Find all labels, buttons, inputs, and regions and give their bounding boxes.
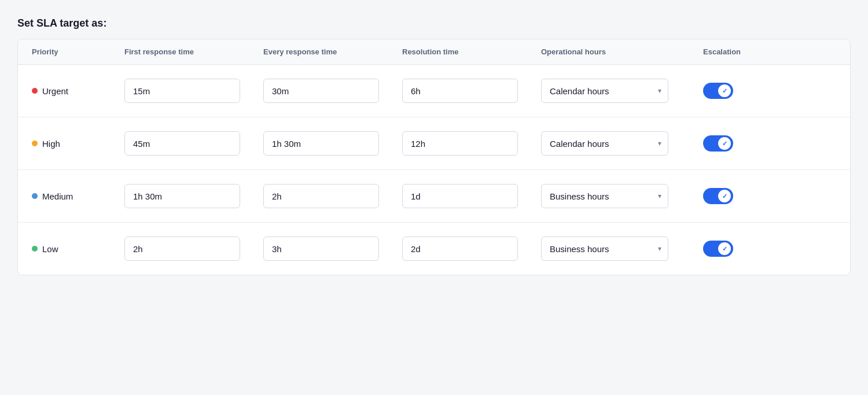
dot-high	[32, 141, 38, 146]
header-escalation: Escalation	[703, 47, 773, 56]
resolution-input-high[interactable]	[402, 131, 518, 156]
toggle-thumb-urgent: ✓	[718, 84, 731, 97]
first-response-input-low[interactable]	[124, 237, 240, 261]
dot-low	[32, 246, 38, 252]
every-response-cell-low	[263, 237, 402, 261]
check-icon: ✓	[722, 245, 727, 253]
table-row-urgent: Urgent Calendar hours Business hours ▾	[18, 65, 850, 117]
priority-label-medium: Medium	[42, 191, 73, 201]
escalation-toggle-medium[interactable]: ✓	[703, 188, 733, 204]
escalation-cell-high: ✓	[703, 135, 773, 152]
table-header: Priority First response time Every respo…	[18, 39, 850, 65]
header-every-response: Every response time	[263, 47, 402, 56]
first-response-cell-medium	[124, 184, 263, 208]
page-title: Set SLA target as:	[17, 17, 851, 29]
operational-select-high[interactable]: Calendar hours Business hours	[541, 131, 668, 156]
dot-urgent	[32, 88, 38, 94]
operational-cell-urgent: Calendar hours Business hours ▾	[541, 79, 703, 103]
check-icon: ✓	[722, 193, 727, 200]
header-operational: Operational hours	[541, 47, 703, 56]
priority-cell-urgent: Urgent	[32, 86, 124, 96]
first-response-input-high[interactable]	[124, 131, 240, 156]
priority-cell-high: High	[32, 139, 124, 149]
operational-cell-low: Calendar hours Business hours ▾	[541, 237, 703, 261]
operational-select-wrapper-medium: Calendar hours Business hours ▾	[541, 184, 668, 208]
operational-cell-medium: Calendar hours Business hours ▾	[541, 184, 703, 208]
resolution-input-medium[interactable]	[402, 184, 518, 208]
toggle-track-urgent: ✓	[703, 83, 733, 99]
escalation-toggle-high[interactable]: ✓	[703, 135, 733, 152]
operational-select-urgent[interactable]: Calendar hours Business hours	[541, 79, 668, 103]
escalation-cell-urgent: ✓	[703, 83, 773, 99]
toggle-track-high: ✓	[703, 135, 733, 152]
sla-table: Priority First response time Every respo…	[17, 39, 851, 275]
resolution-cell-low	[402, 237, 541, 261]
operational-cell-high: Calendar hours Business hours ▾	[541, 131, 703, 156]
priority-label-urgent: Urgent	[42, 86, 68, 96]
escalation-toggle-urgent[interactable]: ✓	[703, 83, 733, 99]
operational-select-wrapper-urgent: Calendar hours Business hours ▾	[541, 79, 668, 103]
header-first-response: First response time	[124, 47, 263, 56]
toggle-track-medium: ✓	[703, 188, 733, 204]
dot-medium	[32, 193, 38, 199]
first-response-input-medium[interactable]	[124, 184, 240, 208]
main-container: Set SLA target as: Priority First respon…	[17, 17, 851, 275]
resolution-cell-medium	[402, 184, 541, 208]
check-icon: ✓	[722, 87, 727, 95]
table-row-medium: Medium Calendar hours Business hours ▾	[18, 170, 850, 223]
table-row-low: Low Calendar hours Business hours ▾	[18, 223, 850, 275]
header-priority: Priority	[32, 47, 124, 56]
toggle-thumb-low: ✓	[718, 242, 731, 255]
toggle-thumb-high: ✓	[718, 137, 731, 150]
first-response-cell-low	[124, 237, 263, 261]
priority-label-low: Low	[42, 244, 58, 254]
every-response-input-medium[interactable]	[263, 184, 379, 208]
every-response-cell-medium	[263, 184, 402, 208]
header-resolution: Resolution time	[402, 47, 541, 56]
priority-cell-medium: Medium	[32, 191, 124, 201]
first-response-cell-urgent	[124, 79, 263, 103]
every-response-input-urgent[interactable]	[263, 79, 379, 103]
resolution-cell-urgent	[402, 79, 541, 103]
escalation-cell-low: ✓	[703, 241, 773, 257]
priority-label-high: High	[42, 139, 60, 149]
every-response-cell-high	[263, 131, 402, 156]
every-response-cell-urgent	[263, 79, 402, 103]
first-response-cell-high	[124, 131, 263, 156]
toggle-track-low: ✓	[703, 241, 733, 257]
every-response-input-high[interactable]	[263, 131, 379, 156]
resolution-cell-high	[402, 131, 541, 156]
operational-select-wrapper-low: Calendar hours Business hours ▾	[541, 237, 668, 261]
escalation-toggle-low[interactable]: ✓	[703, 241, 733, 257]
resolution-input-low[interactable]	[402, 237, 518, 261]
priority-cell-low: Low	[32, 244, 124, 254]
first-response-input-urgent[interactable]	[124, 79, 240, 103]
resolution-input-urgent[interactable]	[402, 79, 518, 103]
operational-select-low[interactable]: Calendar hours Business hours	[541, 237, 668, 261]
every-response-input-low[interactable]	[263, 237, 379, 261]
check-icon: ✓	[722, 140, 727, 147]
operational-select-medium[interactable]: Calendar hours Business hours	[541, 184, 668, 208]
table-row-high: High Calendar hours Business hours ▾	[18, 117, 850, 170]
toggle-thumb-medium: ✓	[718, 190, 731, 202]
operational-select-wrapper-high: Calendar hours Business hours ▾	[541, 131, 668, 156]
escalation-cell-medium: ✓	[703, 188, 773, 204]
